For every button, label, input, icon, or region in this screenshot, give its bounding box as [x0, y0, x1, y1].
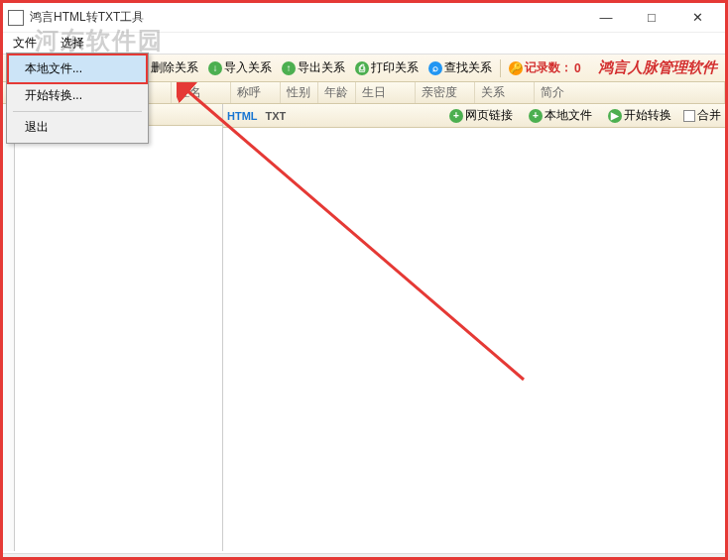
key-icon: 🔑 [509, 61, 523, 75]
window-controls: — □ ✕ [583, 3, 720, 33]
col-title[interactable]: 称呼 [231, 82, 281, 103]
nav-pane [3, 104, 15, 551]
left-pane [15, 104, 223, 551]
close-button[interactable]: ✕ [674, 3, 720, 33]
plus-icon: + [449, 109, 463, 123]
print-icon: ⎙ [355, 61, 369, 75]
checkbox-icon [683, 110, 695, 122]
action-weblink[interactable]: +网页链接 [445, 105, 517, 127]
brand-text: 鸿言人脉管理软件 [598, 58, 723, 77]
col-age[interactable]: 年龄 [318, 82, 356, 103]
menu-file[interactable]: 文件 [9, 33, 41, 54]
plus-icon: + [529, 109, 543, 123]
content-body [223, 128, 725, 551]
menu-separator [13, 111, 142, 112]
window-title: 鸿言HTML转TXT工具 [30, 9, 583, 26]
separator [500, 59, 501, 77]
menubar: 文件 选择 [3, 33, 725, 55]
record-count: 🔑记录数：0 [505, 57, 585, 79]
import-icon: ↓ [208, 61, 222, 75]
format-tabs: HTML TXT [227, 110, 286, 122]
right-toolbar: HTML TXT +网页链接 +本地文件 ▶开始转换 合并 [223, 104, 725, 128]
menu-item-convert[interactable]: 开始转换... [9, 82, 146, 109]
menu-select[interactable]: 选择 [57, 33, 88, 54]
col-relation2[interactable]: 关系 [475, 82, 535, 103]
file-dropdown-menu: 本地文件... 开始转换... 退出 [6, 53, 149, 144]
tool-export-relation[interactable]: ↑导出关系 [278, 57, 349, 79]
right-actions: +网页链接 +本地文件 ▶开始转换 合并 [445, 105, 721, 127]
export-icon: ↑ [282, 61, 296, 75]
col-birthday[interactable]: 生日 [356, 82, 416, 103]
play-icon: ▶ [608, 109, 622, 123]
col-gender[interactable]: 性别 [281, 82, 318, 103]
menu-item-localfile[interactable]: 本地文件... [7, 54, 148, 84]
tool-import-relation[interactable]: ↓导入关系 [204, 57, 276, 79]
col-intro[interactable]: 简介 [535, 82, 725, 103]
action-convert[interactable]: ▶开始转换 [604, 105, 675, 127]
statusbar [3, 553, 725, 557]
tool-find-relation[interactable]: ⌕查找关系 [425, 57, 496, 79]
search-icon: ⌕ [428, 61, 442, 75]
tool-print-relation[interactable]: ⎙打印关系 [351, 57, 423, 79]
titlebar: 鸿言HTML转TXT工具 — □ ✕ [3, 3, 725, 33]
action-localfile[interactable]: +本地文件 [525, 105, 596, 127]
main-area: HTML TXT +网页链接 +本地文件 ▶开始转换 合并 [3, 104, 725, 551]
maximize-button[interactable]: □ [629, 3, 674, 33]
minimize-button[interactable]: — [583, 3, 629, 33]
app-icon [8, 10, 24, 26]
col-intimacy[interactable]: 亲密度 [416, 82, 475, 103]
col-name[interactable]: 姓名 [172, 82, 231, 103]
tab-txt[interactable]: TXT [266, 110, 287, 122]
menu-item-exit[interactable]: 退出 [9, 114, 146, 141]
checkbox-merge[interactable]: 合并 [683, 107, 721, 124]
right-pane: HTML TXT +网页链接 +本地文件 ▶开始转换 合并 [223, 104, 725, 551]
tab-html[interactable]: HTML [227, 110, 258, 122]
